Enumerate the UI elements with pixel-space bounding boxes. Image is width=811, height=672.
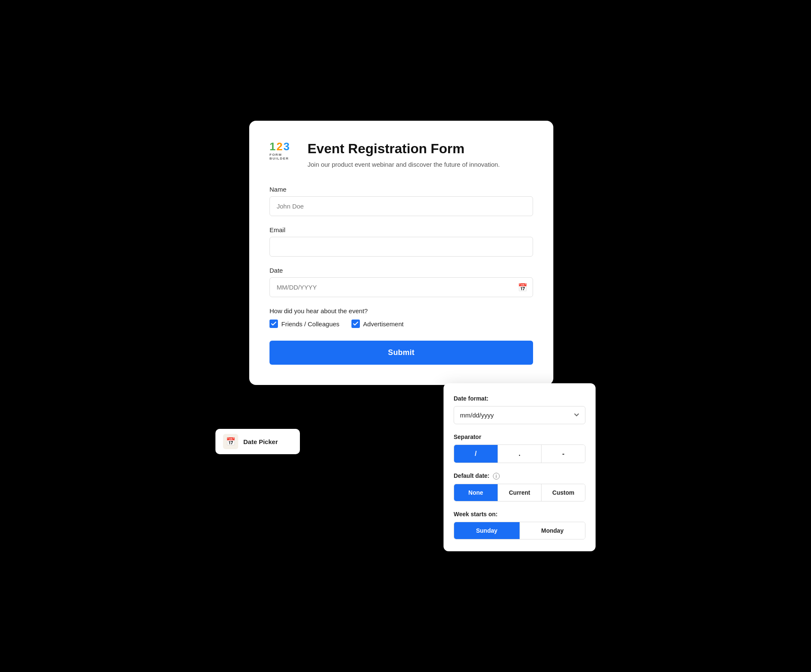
- logo-num-3: 3: [283, 141, 289, 152]
- date-format-label: Date format:: [454, 395, 585, 402]
- default-date-toggle-group: None Current Custom: [454, 484, 585, 501]
- form-title: Event Registration Form: [308, 141, 500, 157]
- form-header: 1 2 3 FORM BUILDER Event Registration Fo…: [269, 141, 533, 171]
- checkbox-advertisement-box[interactable]: [351, 320, 360, 328]
- separator-section: Separator / . -: [454, 434, 585, 463]
- email-field: Email: [269, 226, 533, 257]
- logo-tagline: FORM BUILDER: [269, 153, 297, 160]
- name-label: Name: [269, 186, 533, 193]
- date-field: Date 📅: [269, 267, 533, 297]
- form-card: 1 2 3 FORM BUILDER Event Registration Fo…: [249, 121, 553, 385]
- checkbox-option-friends: Friends / Colleagues: [269, 320, 340, 328]
- week-starts-toggle-group: Sunday Monday: [454, 522, 585, 539]
- date-picker-badge: 📅 Date Picker: [215, 429, 300, 454]
- default-date-none[interactable]: None: [454, 484, 498, 501]
- checkbox-option-advertisement: Advertisement: [351, 320, 404, 328]
- checkbox-advertisement-label: Advertisement: [363, 320, 404, 328]
- checkbox-friends-box[interactable]: [269, 320, 278, 328]
- checkbox-group-label: How did you hear about the event?: [269, 307, 533, 314]
- badge-label: Date Picker: [243, 438, 278, 445]
- logo-num-1: 1: [269, 141, 275, 152]
- name-input[interactable]: [269, 196, 533, 216]
- date-format-section: Date format: mm/dd/yyyy dd/mm/yyyy yyyy/…: [454, 395, 585, 424]
- checkbox-options: Friends / Colleagues Advertisement: [269, 320, 533, 328]
- date-format-select[interactable]: mm/dd/yyyy dd/mm/yyyy yyyy/mm/dd: [454, 406, 585, 424]
- badge-calendar-icon: 📅: [223, 434, 238, 449]
- logo-num-2: 2: [276, 141, 282, 152]
- email-input[interactable]: [269, 237, 533, 257]
- default-date-current[interactable]: Current: [498, 484, 542, 501]
- date-label: Date: [269, 267, 533, 274]
- week-starts-section: Week starts on: Sunday Monday: [454, 511, 585, 539]
- separator-slash[interactable]: /: [454, 445, 498, 463]
- name-field: Name: [269, 186, 533, 216]
- calendar-icon: 📅: [518, 283, 527, 292]
- default-date-label: Default date: i: [454, 472, 585, 480]
- form-description: Join our product event webinar and disco…: [308, 160, 500, 170]
- week-monday[interactable]: Monday: [520, 522, 585, 539]
- date-input-wrapper: 📅: [269, 277, 533, 297]
- form-title-block: Event Registration Form Join our product…: [308, 141, 500, 170]
- week-starts-label: Week starts on:: [454, 511, 585, 518]
- logo: 1 2 3 FORM BUILDER: [269, 141, 299, 171]
- separator-label: Separator: [454, 434, 585, 440]
- email-label: Email: [269, 226, 533, 233]
- default-date-custom[interactable]: Custom: [542, 484, 585, 501]
- date-input[interactable]: [269, 277, 533, 297]
- default-date-section: Default date: i None Current Custom: [454, 472, 585, 501]
- date-format-panel: Date format: mm/dd/yyyy dd/mm/yyyy yyyy/…: [444, 383, 596, 551]
- separator-dash[interactable]: -: [542, 445, 585, 463]
- checkbox-friends-label: Friends / Colleagues: [281, 320, 340, 328]
- separator-options: / . -: [454, 444, 585, 463]
- submit-button[interactable]: Submit: [269, 341, 533, 365]
- week-sunday[interactable]: Sunday: [454, 522, 520, 539]
- info-icon: i: [493, 473, 500, 480]
- separator-dot[interactable]: .: [498, 445, 542, 463]
- checkbox-group: How did you hear about the event? Friend…: [269, 307, 533, 328]
